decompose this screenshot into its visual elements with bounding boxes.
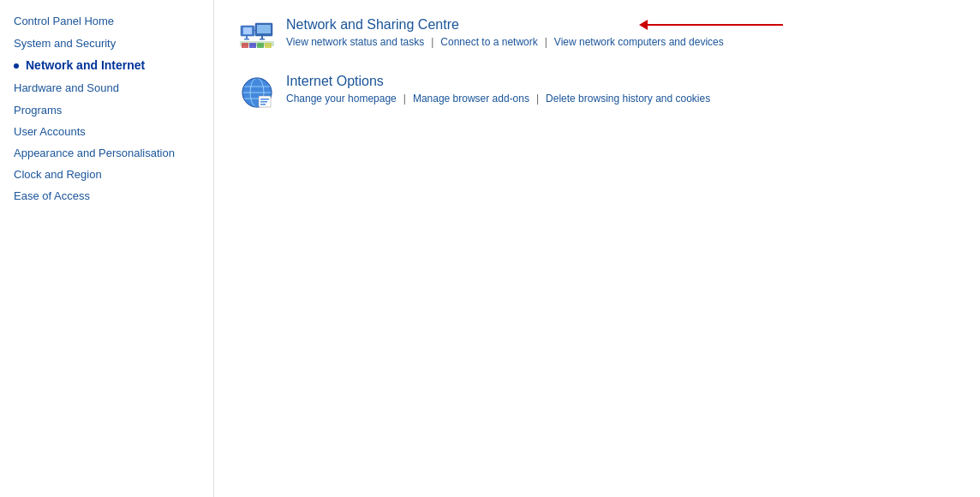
svg-rect-11 (249, 43, 256, 48)
internet-options-links: Change your homepage|Manage browser add-… (286, 93, 954, 105)
svg-line-8 (254, 30, 255, 31)
link-change-homepage[interactable]: Change your homepage (286, 93, 397, 105)
svg-rect-22 (260, 101, 267, 103)
link-connect-network[interactable]: Connect to a network (440, 36, 537, 48)
svg-rect-21 (260, 99, 269, 100)
link-delete-history[interactable]: Delete browsing history and cookies (546, 93, 710, 105)
sidebar-item-network-internet[interactable]: Network and Internet (14, 54, 213, 77)
separator: | (536, 93, 539, 105)
svg-rect-10 (242, 43, 248, 48)
svg-rect-6 (261, 36, 263, 39)
sidebar-item-hardware-sound[interactable]: Hardware and Sound (14, 77, 213, 99)
arrow-annotation (637, 24, 783, 26)
separator: | (545, 36, 547, 48)
separator: | (403, 93, 406, 105)
sidebar-item-system-security[interactable]: System and Security (14, 33, 213, 55)
link-manage-addons[interactable]: Manage browser add-ons (413, 93, 529, 105)
sidebar-item-label: Network and Internet (26, 57, 145, 75)
sidebar: Control Panel HomeSystem and SecurityNet… (0, 0, 214, 497)
sidebar-item-control-panel-home[interactable]: Control Panel Home (14, 10, 213, 33)
section-internet-options: Internet OptionsChange your homepage|Man… (240, 74, 954, 110)
separator: | (431, 36, 433, 48)
internet-options-icon (240, 75, 274, 110)
sidebar-item-user-accounts[interactable]: User Accounts (14, 121, 213, 143)
main-content: Network and Sharing CentreView network s… (214, 0, 980, 497)
svg-rect-5 (257, 25, 271, 33)
link-view-status[interactable]: View network status and tasks (286, 36, 424, 48)
network-sharing-links: View network status and tasks|Connect to… (286, 36, 954, 48)
svg-rect-13 (265, 43, 272, 48)
svg-rect-12 (257, 43, 264, 48)
sidebar-item-programs[interactable]: Programs (14, 99, 213, 122)
svg-rect-23 (260, 104, 266, 105)
sidebar-item-clock-region[interactable]: Clock and Region (14, 164, 213, 186)
svg-rect-1 (243, 27, 252, 34)
internet-options-title[interactable]: Internet Options (286, 74, 954, 89)
network-sharing-content: Network and Sharing CentreView network s… (286, 17, 954, 48)
svg-rect-7 (260, 39, 265, 40)
sidebar-item-ease-access[interactable]: Ease of Access (14, 185, 213, 207)
svg-rect-2 (246, 36, 248, 39)
link-view-computers[interactable]: View network computers and devices (554, 36, 724, 48)
network-sharing-title[interactable]: Network and Sharing Centre (286, 17, 954, 33)
internet-options-content: Internet OptionsChange your homepage|Man… (286, 74, 954, 105)
section-network-sharing: Network and Sharing CentreView network s… (240, 17, 954, 53)
svg-rect-3 (244, 39, 249, 40)
active-bullet (14, 63, 19, 69)
sidebar-item-appearance-personalisation[interactable]: Appearance and Personalisation (14, 143, 213, 164)
network-sharing-icon (240, 19, 274, 53)
